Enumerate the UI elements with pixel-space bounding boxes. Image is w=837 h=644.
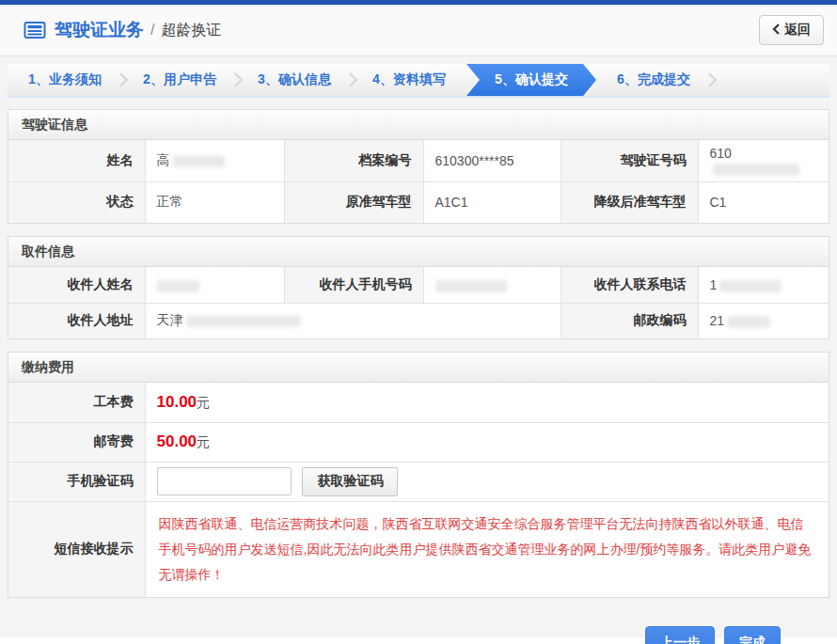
field-label-recipient-address: 收件人地址: [8, 303, 145, 338]
page-header: 驾驶证业务 / 超龄换证 返回: [0, 5, 837, 56]
step-tabs: 1、业务须知 2、用户申告 3、确认信息 4、资料填写 5、确认提交 6、完成提…: [8, 64, 829, 98]
table-row: 姓名 高 档案编号 610300****85 驾驶证号码 610: [8, 140, 829, 181]
field-value-recipient-name: [145, 267, 284, 303]
finish-button[interactable]: 完成: [724, 626, 781, 644]
license-info-table: 姓名 高 档案编号 610300****85 驾驶证号码 610 状态 正常 原…: [8, 140, 829, 223]
field-value-recipient-phone: 1: [698, 267, 829, 303]
pickup-info-title: 取件信息: [8, 237, 829, 267]
table-row: 手机验证码 获取验证码: [8, 462, 829, 501]
field-label-recipient-mobile: 收件人手机号码: [284, 267, 423, 303]
field-label-downgraded-class: 降级后准驾车型: [561, 181, 698, 223]
table-row: 邮寄费 50.00元: [8, 422, 829, 462]
field-label-name: 姓名: [8, 140, 145, 181]
field-label-original-class: 原准驾车型: [284, 181, 423, 223]
pickup-info-table: 收件人姓名 收件人手机号码 收件人联系电话 1 收件人地址 天津 邮政编码 21: [8, 267, 829, 338]
license-form-icon: [24, 21, 46, 39]
get-sms-code-button[interactable]: 获取验证码: [302, 467, 398, 496]
sms-code-input[interactable]: [157, 467, 292, 495]
field-label-postage-fee: 邮寄费: [8, 422, 145, 462]
tab-step-6[interactable]: 6、完成提交: [596, 64, 711, 96]
field-label-sms-code: 手机验证码: [8, 462, 145, 501]
fee-unit: 元: [197, 434, 210, 449]
postage-fee-amount: 50.00: [157, 432, 197, 450]
license-info-section: 驾驶证信息 姓名 高 档案编号 610300****85 驾驶证号码 610 状…: [8, 109, 829, 224]
field-label-postal-code: 邮政编码: [561, 303, 698, 338]
field-label-production-fee: 工本费: [8, 383, 145, 422]
field-value-postal-code: 21: [698, 303, 829, 338]
field-value-name: 高: [145, 140, 284, 181]
license-info-title: 驾驶证信息: [8, 110, 829, 140]
field-value-postage-fee: 50.00元: [145, 422, 829, 462]
production-fee-amount: 10.00: [157, 393, 197, 411]
page-title: 驾驶证业务: [55, 18, 144, 42]
field-value-status: 正常: [145, 181, 284, 223]
field-value-original-class: A1C1: [423, 181, 561, 223]
back-button[interactable]: 返回: [759, 15, 824, 45]
table-row: 收件人姓名 收件人手机号码 收件人联系电话 1: [8, 267, 829, 303]
field-value-license-number: 610: [698, 140, 829, 181]
tab-step-2[interactable]: 2、用户申告: [122, 64, 237, 96]
footer-actions: 上一步 完成: [8, 610, 829, 644]
sms-notice-cell: 因陕西省联通、电信运营商技术问题，陕西省互联网交通安全综合服务管理平台无法向持陕…: [145, 501, 829, 597]
tab-step-4[interactable]: 4、资料填写: [352, 64, 466, 96]
redacted-text: [713, 164, 799, 176]
field-label-license-number: 驾驶证号码: [561, 140, 698, 181]
fees-section: 缴纳费用 工本费 10.00元 邮寄费 50.00元 手机验证码 获取验证码: [8, 352, 829, 598]
redacted-text: [435, 280, 507, 292]
field-label-recipient-name: 收件人姓名: [8, 267, 145, 303]
breadcrumb-separator: /: [150, 22, 154, 39]
field-value-recipient-mobile: [423, 267, 561, 303]
table-row: 状态 正常 原准驾车型 A1C1 降级后准驾车型 C1: [8, 181, 829, 223]
field-label-recipient-phone: 收件人联系电话: [561, 267, 698, 303]
previous-step-button[interactable]: 上一步: [645, 626, 715, 644]
redacted-text: [719, 280, 782, 292]
field-label-sms-notice: 短信接收提示: [8, 501, 145, 597]
fee-unit: 元: [197, 395, 210, 410]
redacted-text: [157, 280, 199, 292]
table-row: 短信接收提示 因陕西省联通、电信运营商技术问题，陕西省互联网交通安全综合服务管理…: [8, 501, 829, 597]
field-value-downgraded-class: C1: [698, 181, 829, 223]
table-row: 收件人地址 天津 邮政编码 21: [8, 303, 829, 338]
pickup-info-section: 取件信息 收件人姓名 收件人手机号码 收件人联系电话 1 收件人地址 天津 邮政…: [8, 236, 829, 339]
field-label-file-number: 档案编号: [284, 140, 423, 181]
fees-table: 工本费 10.00元 邮寄费 50.00元 手机验证码 获取验证码 短信接收提: [8, 383, 829, 597]
field-label-status: 状态: [8, 181, 145, 223]
sms-code-field: 获取验证码: [145, 462, 829, 501]
back-button-label: 返回: [784, 22, 811, 39]
redacted-text: [727, 316, 770, 328]
tab-step-5-active[interactable]: 5、确认提交: [466, 64, 596, 96]
fees-title: 缴纳费用: [8, 353, 829, 383]
main-content: 1、业务须知 2、用户申告 3、确认信息 4、资料填写 5、确认提交 6、完成提…: [0, 56, 837, 637]
chevron-left-icon: [772, 23, 780, 38]
breadcrumb-current: 超龄换证: [161, 21, 221, 40]
tab-step-3[interactable]: 3、确认信息: [237, 64, 352, 96]
table-row: 工本费 10.00元: [8, 383, 829, 422]
sms-notice-text: 因陕西省联通、电信运营商技术问题，陕西省互联网交通安全综合服务管理平台无法向持陕…: [159, 516, 812, 583]
tab-step-1[interactable]: 1、业务须知: [8, 64, 122, 96]
field-value-production-fee: 10.00元: [145, 383, 829, 422]
field-value-file-number: 610300****85: [423, 140, 561, 181]
redacted-text: [173, 155, 225, 167]
field-value-recipient-address: 天津: [145, 303, 561, 338]
redacted-text: [186, 315, 301, 327]
